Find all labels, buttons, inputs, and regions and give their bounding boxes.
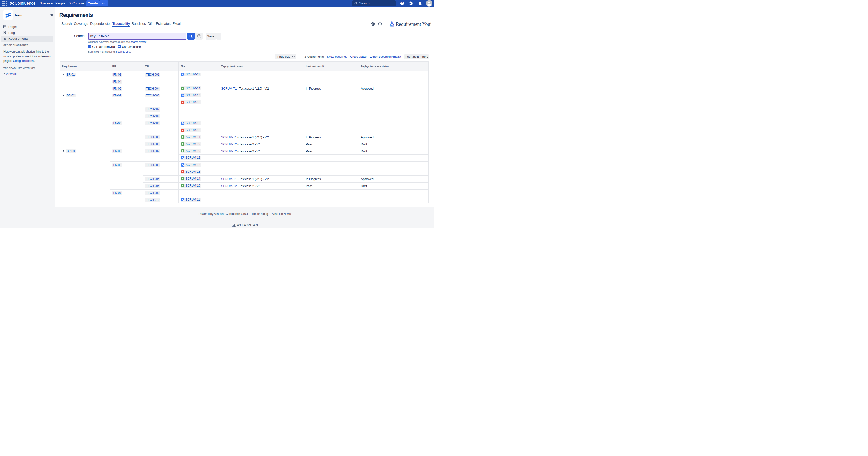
svg-text:?: ? — [401, 2, 403, 5]
svg-text:?: ? — [198, 35, 200, 37]
svg-text:ATLASSIAN: ATLASSIAN — [237, 224, 258, 227]
svg-text:?: ? — [379, 23, 380, 26]
